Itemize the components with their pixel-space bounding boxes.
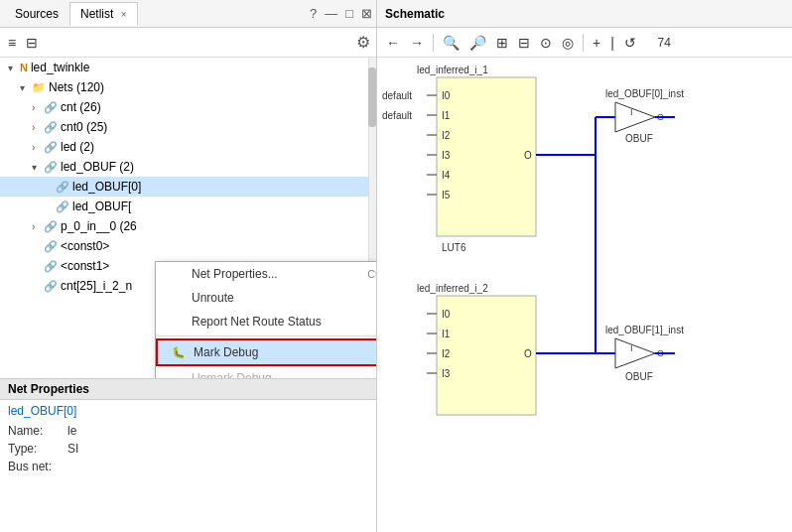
- menu-net-properties[interactable]: Net Properties... Ctrl+E: [156, 262, 376, 286]
- tree-led-obuf0[interactable]: 🔗 led_OBUF[0]: [0, 177, 376, 197]
- zoom-value: 74: [643, 36, 671, 50]
- menu-report-route[interactable]: Report Net Route Status: [156, 310, 376, 333]
- help-icon[interactable]: ?: [310, 6, 317, 21]
- lut2-i3: I3: [442, 368, 451, 379]
- tree-led-obuf1[interactable]: 🔗 led_OBUF[: [0, 197, 376, 216]
- lut1-default2: default: [382, 110, 412, 121]
- schematic-title: Schematic: [377, 0, 792, 28]
- tree-nets[interactable]: ▾ 📁 Nets (120): [0, 77, 376, 97]
- tree-p0[interactable]: › 🔗 p_0_in__0 (26: [0, 216, 376, 236]
- netlist-toolbar: ≡ ⊟ ⚙: [0, 28, 376, 58]
- schematic-toolbar: ← → 🔍 🔎 ⊞ ⊟ ⊙ ◎ + | ↺ 74: [377, 28, 792, 58]
- lut1-type-label: LUT6: [442, 242, 466, 253]
- obuf1-type: OBUF: [625, 133, 653, 144]
- bug-icon: 🐛: [172, 346, 190, 359]
- scrollbar-thumb[interactable]: [368, 67, 376, 127]
- forward-btn[interactable]: →: [407, 33, 427, 53]
- lut1-box: [437, 77, 536, 236]
- tree-led[interactable]: › 🔗 led (2): [0, 137, 376, 157]
- lut1-i4: I4: [442, 170, 451, 181]
- net-properties-netname[interactable]: led_OBUF[0]: [0, 400, 376, 422]
- zoom-target-btn[interactable]: ◎: [559, 33, 577, 53]
- expand-icon[interactable]: ⊟: [24, 33, 40, 53]
- lut1-i1: I1: [442, 110, 451, 121]
- restore-icon[interactable]: □: [345, 6, 353, 21]
- pipe-btn[interactable]: |: [607, 33, 617, 53]
- menu-unmark-debug: Unmark Debug: [156, 366, 376, 378]
- tab-bar: Sources Netlist × ? — □ ⊠: [0, 0, 376, 28]
- tree-root[interactable]: ▾ N led_twinkle: [0, 58, 376, 77]
- minimize-icon[interactable]: —: [325, 6, 337, 21]
- net-properties-panel: Net Properties led_OBUF[0] Name: le Type…: [0, 378, 376, 532]
- tree-const0[interactable]: 🔗 <const0>: [0, 236, 376, 256]
- lut1-default1: default: [382, 90, 412, 101]
- lut1-i5: I5: [442, 190, 451, 200]
- schematic-svg: LUT6 led_inferred_i_1 I0 I1 I2 I3 I4 I5 …: [377, 58, 792, 532]
- menu-mark-debug[interactable]: 🐛 Mark Debug: [156, 338, 376, 366]
- tab-netlist[interactable]: Netlist ×: [69, 2, 138, 26]
- lut2-i2: I2: [442, 348, 451, 359]
- lut1-i2: I2: [442, 130, 451, 141]
- context-menu: Net Properties... Ctrl+E Unroute Report …: [155, 261, 376, 378]
- settings-icon[interactable]: ⚙: [356, 33, 370, 52]
- lut1-title: led_inferred_i_1: [417, 65, 488, 75]
- tree-led-obuf[interactable]: ▾ 🔗 led_OBUF (2): [0, 157, 376, 177]
- menu-unroute[interactable]: Unroute: [156, 286, 376, 310]
- zoom-out-btn[interactable]: 🔎: [466, 33, 489, 53]
- close-panel-icon[interactable]: ⊠: [361, 6, 372, 21]
- obuf2-port-i: I: [630, 343, 633, 353]
- lut1-i0: I0: [442, 90, 451, 101]
- lut1-i3: I3: [442, 150, 451, 161]
- schematic-canvas[interactable]: LUT6 led_inferred_i_1 I0 I1 I2 I3 I4 I5 …: [377, 58, 792, 532]
- net-props-row-name: Name: le: [0, 422, 376, 440]
- obuf2-instance: led_OBUF[1]_inst: [605, 325, 684, 335]
- net-props-row-type: Type: SI: [0, 440, 376, 458]
- net-props-row-busnet: Bus net:: [0, 458, 376, 475]
- collapse-all-icon[interactable]: ≡: [6, 33, 18, 53]
- back-btn[interactable]: ←: [383, 33, 403, 53]
- fit-btn[interactable]: ⊞: [493, 33, 511, 53]
- zoom-sel-btn[interactable]: ⊟: [515, 33, 533, 53]
- tree-cnt[interactable]: › 🔗 cnt (26): [0, 97, 376, 117]
- tree-cnt0[interactable]: › 🔗 cnt0 (25): [0, 117, 376, 137]
- tab-icon-group: ? — □ ⊠: [310, 6, 372, 21]
- zoom-circle-btn[interactable]: ⊙: [537, 33, 555, 53]
- obuf2-type: OBUF: [625, 371, 653, 382]
- lut1-o: O: [524, 150, 532, 161]
- refresh-btn[interactable]: ↺: [621, 33, 639, 53]
- net-properties-header: Net Properties: [0, 379, 376, 400]
- toolbar-divider2: [583, 34, 584, 52]
- obuf1-port-i: I: [630, 107, 633, 117]
- lut2-o: O: [524, 348, 532, 359]
- zoom-in-btn[interactable]: 🔍: [440, 33, 462, 53]
- lut2-box: [437, 296, 536, 415]
- add-btn[interactable]: +: [590, 33, 603, 53]
- menu-sep1: [156, 335, 376, 336]
- lut2-i1: I1: [442, 329, 451, 339]
- schematic-panel: Schematic ← → 🔍 🔎 ⊞ ⊟ ⊙ ◎ + | ↺ 74 LUT6: [377, 0, 792, 532]
- lut2-title: led_inferred_i_2: [417, 283, 488, 294]
- obuf1-shape: [615, 102, 655, 132]
- tab-sources[interactable]: Sources: [4, 2, 69, 26]
- lut2-i0: I0: [442, 309, 451, 320]
- obuf1-instance: led_OBUF[0]_inst: [605, 88, 684, 99]
- netlist-tree[interactable]: ▾ N led_twinkle ▾ 📁 Nets (120) › 🔗 cnt (…: [0, 58, 376, 378]
- toolbar-divider1: [433, 34, 434, 52]
- obuf2-shape: [615, 338, 655, 368]
- tab-close[interactable]: ×: [121, 9, 127, 20]
